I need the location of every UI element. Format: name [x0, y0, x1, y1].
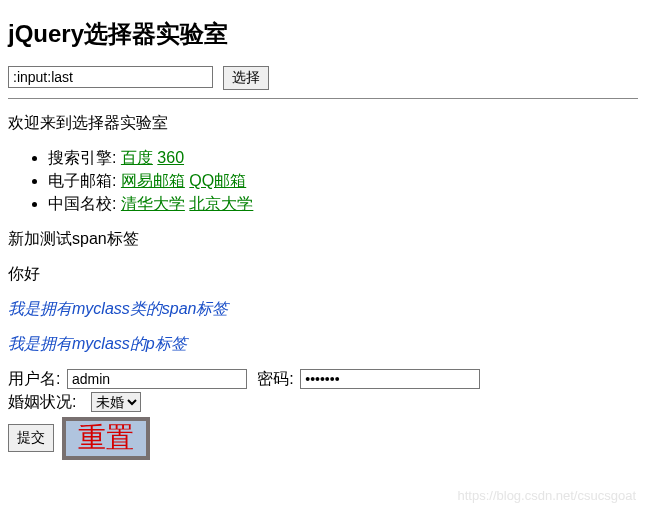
- link-360[interactable]: 360: [157, 149, 184, 166]
- username-input[interactable]: [67, 369, 247, 389]
- link-list: 搜索引擎: 百度 360 电子邮箱: 网易邮箱 QQ邮箱 中国名校: 清华大学 …: [8, 148, 638, 215]
- list-label: 中国名校:: [48, 195, 121, 212]
- selector-row: 选择: [8, 66, 638, 90]
- myclass-p-text: 我是拥有myclass的p标签: [8, 334, 638, 355]
- submit-button[interactable]: 提交: [8, 424, 54, 452]
- list-label: 搜索引擎:: [48, 149, 121, 166]
- span-test-text: 新加测试span标签: [8, 229, 638, 250]
- username-label: 用户名:: [8, 370, 65, 387]
- link-qq-mail[interactable]: QQ邮箱: [189, 172, 246, 189]
- password-input[interactable]: [300, 369, 480, 389]
- list-item: 电子邮箱: 网易邮箱 QQ邮箱: [48, 171, 638, 192]
- link-baidu[interactable]: 百度: [121, 149, 153, 166]
- link-tsinghua[interactable]: 清华大学: [121, 195, 185, 212]
- welcome-text: 欢迎来到选择器实验室: [8, 113, 638, 134]
- list-item: 搜索引擎: 百度 360: [48, 148, 638, 169]
- hello-text: 你好: [8, 264, 638, 285]
- marital-select[interactable]: 未婚: [91, 392, 141, 412]
- list-item: 中国名校: 清华大学 北京大学: [48, 194, 638, 215]
- submit-row: 提交 重置: [8, 417, 638, 460]
- form-row-credentials: 用户名: 密码:: [8, 369, 638, 390]
- divider: [8, 98, 638, 99]
- reset-button[interactable]: 重置: [62, 417, 150, 460]
- form-row-marital: 婚姻状况: 未婚: [8, 392, 638, 413]
- selector-input[interactable]: [8, 66, 213, 88]
- list-label: 电子邮箱:: [48, 172, 121, 189]
- link-netease-mail[interactable]: 网易邮箱: [121, 172, 185, 189]
- marital-label: 婚姻状况:: [8, 393, 81, 410]
- myclass-span-text: 我是拥有myclass类的span标签: [8, 299, 638, 320]
- select-button[interactable]: 选择: [223, 66, 269, 90]
- page-title: jQuery选择器实验室: [8, 18, 638, 50]
- password-label: 密码:: [257, 370, 298, 387]
- link-pku[interactable]: 北京大学: [189, 195, 253, 212]
